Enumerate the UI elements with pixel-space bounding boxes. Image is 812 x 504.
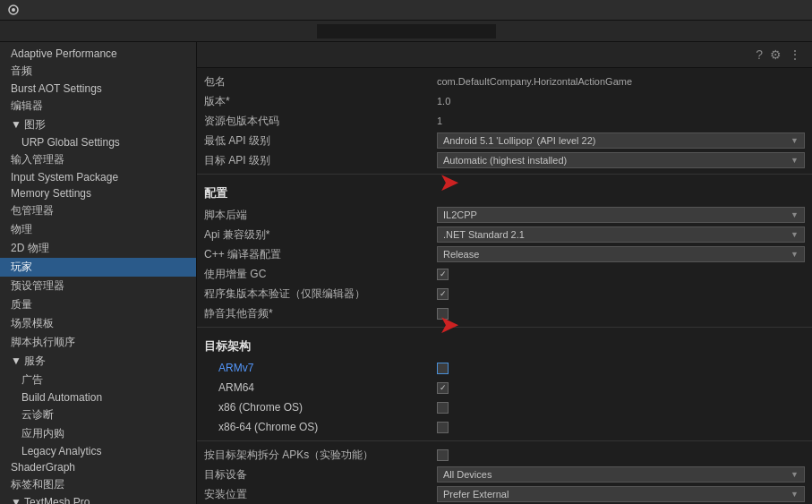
sidebar-item-player[interactable]: 玩家 xyxy=(0,258,196,277)
sidebar-item-preset[interactable]: 预设管理器 xyxy=(0,277,196,295)
settings-value[interactable]: Prefer External▼ xyxy=(437,486,805,502)
sidebar-item-cloud-diag[interactable]: 云诊断 xyxy=(0,406,196,424)
settings-body: 包名com.DefaultCompany.HorizontalActionGam… xyxy=(197,68,812,504)
sidebar-item-memory[interactable]: Memory Settings xyxy=(0,185,196,201)
settings-label: x86 (Chrome OS) xyxy=(204,401,437,414)
more-icon[interactable]: ⋮ xyxy=(789,47,801,62)
sidebar: Adaptive Performance音频Burst AOT Settings… xyxy=(0,42,197,504)
dropdown-最低 API 级别[interactable]: Android 5.1 'Lollipop' (API level 22)▼ xyxy=(437,132,805,149)
settings-row-target-1: 目标设备All Devices▼ xyxy=(197,465,812,484)
settings-icon[interactable]: ⚙ xyxy=(770,47,782,62)
content-panel: ? ⚙ ⋮ 包名com.DefaultCompany.HorizontalAct… xyxy=(197,42,812,504)
section-title-arch: 目标架构 xyxy=(197,331,812,358)
settings-value[interactable]: Android 5.1 'Lollipop' (API level 22)▼ xyxy=(437,132,805,149)
dropdown-安装位置[interactable]: Prefer External▼ xyxy=(437,486,805,502)
search-input[interactable] xyxy=(317,24,496,38)
settings-label: 程序集版本本验证（仅限编辑器） xyxy=(204,286,437,302)
settings-row-arch-0: ARMv7 xyxy=(197,358,812,378)
menu-button[interactable] xyxy=(755,3,769,17)
sidebar-item-services[interactable]: ▼ 服务 xyxy=(0,352,196,371)
settings-value[interactable]: Automatic (highest installed)▼ xyxy=(437,152,805,168)
checkbox-ARMv7[interactable] xyxy=(437,363,449,374)
sidebar-item-legacy[interactable]: Legacy Analytics xyxy=(0,443,196,459)
sidebar-item-shadergraph[interactable]: ShaderGraph xyxy=(0,459,196,475)
sidebar-item-adaptive[interactable]: Adaptive Performance xyxy=(0,46,196,62)
title-bar xyxy=(0,0,812,21)
sidebar-item-scene-tmpl[interactable]: 场景模板 xyxy=(0,314,196,333)
settings-label: x86-64 (Chrome OS) xyxy=(204,421,437,433)
divider xyxy=(197,174,812,175)
settings-value[interactable] xyxy=(437,422,805,433)
settings-value[interactable]: IL2CPP▼ xyxy=(437,207,805,223)
dropdown-C++ 编译器配置[interactable]: Release▼ xyxy=(437,246,805,262)
window-controls xyxy=(755,3,805,17)
close-button[interactable] xyxy=(791,3,805,17)
sidebar-item-physics[interactable]: 物理 xyxy=(0,220,196,239)
maximize-button[interactable] xyxy=(773,3,787,17)
sidebar-item-burst[interactable]: Burst AOT Settings xyxy=(0,81,196,97)
settings-label: ARM64 xyxy=(204,381,437,394)
settings-value[interactable]: All Devices▼ xyxy=(437,466,805,483)
settings-value: 1 xyxy=(437,115,805,126)
sidebar-item-urp[interactable]: URP Global Settings xyxy=(0,134,196,150)
settings-value[interactable]: Release▼ xyxy=(437,246,805,262)
help-icon[interactable]: ? xyxy=(756,47,763,62)
dropdown-目标 API 级别[interactable]: Automatic (highest installed)▼ xyxy=(437,152,805,168)
sidebar-item-pkg-mgr[interactable]: 包管理器 xyxy=(0,201,196,220)
settings-label: 使用增量 GC xyxy=(204,267,437,282)
sidebar-item-input-sys[interactable]: Input System Package xyxy=(0,169,196,185)
settings-label: 目标 API 级别 xyxy=(204,153,437,168)
sidebar-item-tags[interactable]: 标签和图层 xyxy=(0,475,196,494)
settings-value[interactable] xyxy=(437,449,805,461)
settings-label: 静音其他音频* xyxy=(204,306,437,321)
settings-value[interactable] xyxy=(437,363,805,374)
sidebar-item-build-auto[interactable]: Build Automation xyxy=(0,389,196,406)
settings-value[interactable] xyxy=(437,269,805,280)
settings-label: 版本* xyxy=(204,94,437,109)
dropdown-Api 兼容级别*[interactable]: .NET Standard 2.1▼ xyxy=(437,226,805,243)
settings-row-arch-1: ARM64 xyxy=(197,378,812,397)
settings-value[interactable] xyxy=(437,402,805,414)
sidebar-item-graphics[interactable]: ▼ 图形 xyxy=(0,115,196,134)
sidebar-item-script-order[interactable]: 脚本执行顺序 xyxy=(0,333,196,352)
header-actions: ? ⚙ ⋮ xyxy=(756,47,801,62)
sidebar-item-input-mgr[interactable]: 输入管理器 xyxy=(0,150,196,169)
settings-row-target-2: 安装位置Prefer External▼ xyxy=(197,484,812,504)
main-layout: Adaptive Performance音频Burst AOT Settings… xyxy=(0,42,812,504)
settings-row-config-0: 脚本后端IL2CPP▼ xyxy=(197,205,812,225)
settings-row-config-4: 程序集版本本验证（仅限编辑器） xyxy=(197,284,812,303)
checkbox-静音其他音频*[interactable] xyxy=(437,308,449,320)
dropdown-目标设备[interactable]: All Devices▼ xyxy=(437,466,805,483)
sidebar-item-physics2d[interactable]: 2D 物理 xyxy=(0,239,196,258)
checkbox-使用增量 GC[interactable] xyxy=(437,269,449,280)
settings-row-arch-3: x86-64 (Chrome OS) xyxy=(197,417,812,437)
sidebar-item-ads[interactable]: 广告 xyxy=(0,371,196,389)
sidebar-item-editor[interactable]: 编辑器 xyxy=(0,97,196,115)
settings-value[interactable] xyxy=(437,382,805,394)
settings-value[interactable]: .NET Standard 2.1▼ xyxy=(437,226,805,243)
settings-value[interactable] xyxy=(437,288,805,300)
settings-row-config-3: 使用增量 GC xyxy=(197,264,812,284)
settings-label: 按目标架构拆分 APKs（实验功能） xyxy=(204,448,437,463)
settings-label: C++ 编译器配置 xyxy=(204,247,437,262)
divider xyxy=(197,327,812,328)
sidebar-item-quality[interactable]: 质量 xyxy=(0,295,196,314)
checkbox-ARM64[interactable] xyxy=(437,382,449,394)
checkbox-x86-64 (Chrome OS)[interactable] xyxy=(437,422,449,433)
settings-label: 安装位置 xyxy=(204,487,437,502)
settings-row-basic-4: 目标 API 级别Automatic (highest installed)▼ xyxy=(197,150,812,170)
settings-row-basic-2: 资源包版本代码1 xyxy=(197,111,812,131)
content-header: ? ⚙ ⋮ xyxy=(197,42,812,68)
checkbox-x86 (Chrome OS)[interactable] xyxy=(437,402,449,414)
settings-value[interactable] xyxy=(437,308,805,320)
sidebar-item-textmesh[interactable]: ▼ TextMesh Pro xyxy=(0,494,196,504)
settings-label: 最低 API 级别 xyxy=(204,133,437,149)
checkbox-按目标架构拆分 APKs（实验功能）[interactable] xyxy=(437,449,449,461)
checkbox-程序集版本本验证（仅限编辑器）[interactable] xyxy=(437,288,449,300)
sidebar-item-iap[interactable]: 应用内购 xyxy=(0,424,196,443)
settings-row-config-5: 静音其他音频* xyxy=(197,303,812,323)
sidebar-item-audio[interactable]: 音频 xyxy=(0,62,196,81)
settings-row-basic-1: 版本*1.0 xyxy=(197,91,812,111)
dropdown-脚本后端[interactable]: IL2CPP▼ xyxy=(437,207,805,223)
settings-label: Api 兼容级别* xyxy=(204,227,437,243)
